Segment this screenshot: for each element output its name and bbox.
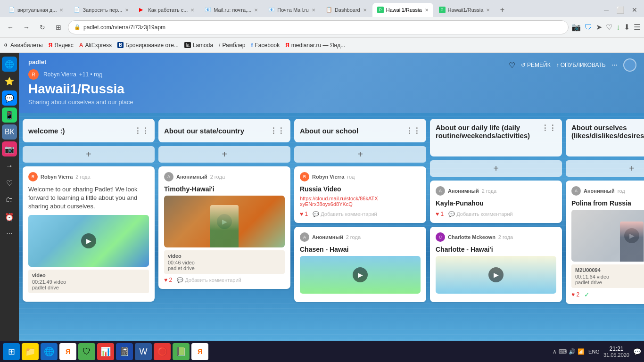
- heart-icon[interactable]: ♡: [606, 23, 612, 32]
- add-card-daily[interactable]: +: [430, 160, 562, 177]
- bookmark-aliexpress[interactable]: A AliExpress: [79, 42, 112, 49]
- tab-hawaii-active[interactable]: P Hawaii1/Russia ✕: [372, 3, 433, 17]
- bookmark-lamoda[interactable]: la Lamoda: [184, 42, 213, 49]
- column-menu-state[interactable]: ⋮⋮: [270, 126, 285, 135]
- minimize-button[interactable]: ─: [601, 5, 611, 15]
- comment-button-daily-1[interactable]: 💬 Добавить комментарий: [448, 211, 513, 217]
- sidebar-icon-instagram[interactable]: 📷: [2, 141, 17, 156]
- maximize-button[interactable]: ⬜: [613, 5, 627, 15]
- new-tab-button[interactable]: +: [495, 3, 509, 16]
- add-card-school[interactable]: +: [294, 146, 426, 163]
- tab-close-mailru[interactable]: ✕: [312, 8, 315, 13]
- sidebar-icon-favorites[interactable]: ⭐: [2, 74, 17, 89]
- padlet-remake-btn[interactable]: ↺ РЕМЕЙК: [521, 62, 551, 68]
- tab-mailru[interactable]: 📧 Почта Mail.ru ✕: [264, 3, 320, 17]
- card-user-row-daily-1: А Анонимный 2 года: [436, 186, 556, 196]
- padlet-more-btn[interactable]: ···: [611, 61, 618, 69]
- sidebar-icon-browser[interactable]: 🌐: [2, 57, 17, 72]
- close-button[interactable]: ✕: [629, 5, 640, 15]
- padlet-user-avatar: R: [28, 69, 39, 80]
- padlet-user-menu[interactable]: [623, 58, 636, 72]
- tray-network[interactable]: 📶: [578, 348, 585, 355]
- comment-button-school-1[interactable]: 💬 Добавить комментарий: [313, 211, 377, 217]
- save-icon[interactable]: ⬇: [624, 23, 630, 32]
- column-menu-school[interactable]: ⋮⋮: [405, 126, 421, 135]
- play-button-school-2[interactable]: ▶: [353, 267, 368, 282]
- taskbar-app-red[interactable]: ⭕: [154, 343, 171, 360]
- taskbar-word[interactable]: W: [135, 343, 152, 360]
- play-button-welcome-1[interactable]: ▶: [81, 233, 96, 248]
- like-button-school-1[interactable]: ♥ 1: [300, 211, 308, 217]
- taskbar-lang[interactable]: ENG: [588, 349, 600, 354]
- video-source-state-1: padlet drive: [168, 265, 281, 271]
- bookmark-rambler[interactable]: / Рамблер: [219, 42, 245, 49]
- bookmark-medianar[interactable]: Я medianar.ru — Янд...: [285, 42, 345, 49]
- card-video-info-ourselves-1: M2U00094 00:11.64 video padlet drive: [571, 264, 644, 288]
- like-button-daily-1[interactable]: ♥ 1: [436, 211, 444, 217]
- card-time-school-1: год: [347, 174, 355, 180]
- back-button[interactable]: ←: [4, 21, 17, 34]
- column-menu-welcome[interactable]: ⋮⋮: [134, 126, 149, 135]
- column-menu-daily[interactable]: ⋮⋮: [541, 123, 556, 132]
- start-button[interactable]: ⊞: [3, 343, 20, 360]
- taskbar-files[interactable]: 📁: [22, 343, 39, 360]
- tab-hawaii2[interactable]: P Hawaii1/Russia ✕: [434, 3, 495, 17]
- like-button-ourselves-1[interactable]: ♥ 2: [571, 291, 579, 298]
- tab-virtual[interactable]: 📄 виртуальная д... ✕: [4, 3, 68, 17]
- padlet-favorite-btn[interactable]: ♡: [509, 61, 515, 70]
- tab-close-dashboard[interactable]: ✕: [363, 8, 367, 13]
- taskbar-powerpoint[interactable]: 📊: [97, 343, 114, 360]
- taskbar-yandex2[interactable]: Я: [191, 343, 208, 360]
- taskbar-antivirus[interactable]: 🛡: [78, 343, 95, 360]
- like-button-state-1[interactable]: ♥ 2: [164, 277, 172, 283]
- tab-close-virtual[interactable]: ✕: [59, 8, 63, 13]
- comment-button-state-1[interactable]: 💬 Добавить комментарий: [177, 277, 241, 283]
- camera-icon[interactable]: 📷: [571, 23, 581, 32]
- tab-close-hawaii-active[interactable]: ✕: [425, 8, 429, 13]
- grid-button[interactable]: ⊞: [52, 21, 65, 34]
- taskbar-browser[interactable]: 🌐: [41, 343, 58, 360]
- taskbar-onenote[interactable]: 📓: [116, 343, 133, 360]
- bookmark-yandex[interactable]: Я Яндекс: [49, 42, 74, 49]
- tab-request[interactable]: 📄 Запросить пер... ✕: [69, 3, 133, 17]
- tab-close-hawaii2[interactable]: ✕: [486, 8, 490, 13]
- url-input[interactable]: 🔒 padlet.com/rvierra/7i73z3j19apm: [68, 20, 569, 34]
- bookmark-facebook[interactable]: f Facebook: [251, 42, 280, 49]
- taskbar-yandex[interactable]: Я: [59, 343, 76, 360]
- card-link-school-1[interactable]: https://cloud.mail.ru/stock/86kATXxyENrx…: [300, 196, 421, 207]
- column-header-school: About our school ⋮⋮: [294, 119, 426, 142]
- left-sidebar: 🌐 ⭐ 💬 📱 ВК 📷 → ♡ 🗂 ⏰ ···: [0, 53, 19, 341]
- sidebar-icon-arrow[interactable]: →: [2, 158, 17, 173]
- sidebar-icon-messenger[interactable]: 💬: [2, 90, 17, 106]
- sidebar-icon-more[interactable]: ···: [2, 226, 17, 241]
- sidebar-icon-box[interactable]: 🗂: [2, 192, 17, 207]
- padlet-publish-btn[interactable]: ↑ ОПУБЛИКОВАТЬ: [556, 62, 606, 68]
- tray-volume[interactable]: 🔊: [569, 348, 576, 355]
- download-icon[interactable]: ↓: [616, 23, 620, 32]
- taskbar-right: ∧ ⌨ 🔊 📶 ENG 21:21 31.05.2020 💬: [553, 346, 641, 358]
- refresh-button[interactable]: ↻: [36, 21, 49, 34]
- tab-dashboard[interactable]: 📋 Dashboard ✕: [321, 3, 372, 17]
- bookmark-booking[interactable]: B Бронирование оте...: [117, 42, 179, 49]
- play-button-daily-2[interactable]: ▶: [488, 267, 504, 282]
- sidebar-icon-vk[interactable]: ВК: [2, 124, 17, 140]
- tab-favicon-dashboard: 📋: [326, 7, 332, 13]
- tab-close-how[interactable]: ✕: [190, 8, 194, 13]
- tab-close-request[interactable]: ✕: [125, 8, 129, 13]
- tab-mail1[interactable]: 📧 Mail.ru: почта,... ✕: [200, 3, 263, 17]
- add-card-ourselves[interactable]: +: [566, 160, 644, 177]
- bookmark-aviabilety[interactable]: ✈ Авиабилеты: [4, 42, 43, 49]
- sidebar-icon-clock[interactable]: ⏰: [2, 209, 17, 224]
- forward-button[interactable]: →: [20, 21, 33, 34]
- add-card-state[interactable]: +: [158, 146, 290, 163]
- tray-arrow[interactable]: ∧: [553, 348, 557, 355]
- taskbar-excel[interactable]: 📗: [173, 343, 190, 360]
- notification-icon[interactable]: 💬: [633, 348, 641, 355]
- sidebar-icon-whatsapp[interactable]: 📱: [2, 107, 17, 123]
- tab-how[interactable]: ▶ Как работать с... ✕: [134, 3, 199, 17]
- add-card-welcome[interactable]: +: [23, 146, 155, 163]
- tab-close-mail1[interactable]: ✕: [254, 8, 258, 13]
- send-icon[interactable]: ➤: [596, 23, 602, 32]
- sidebar-icon-heart[interactable]: ♡: [2, 175, 17, 190]
- menu-icon[interactable]: ☰: [634, 23, 640, 32]
